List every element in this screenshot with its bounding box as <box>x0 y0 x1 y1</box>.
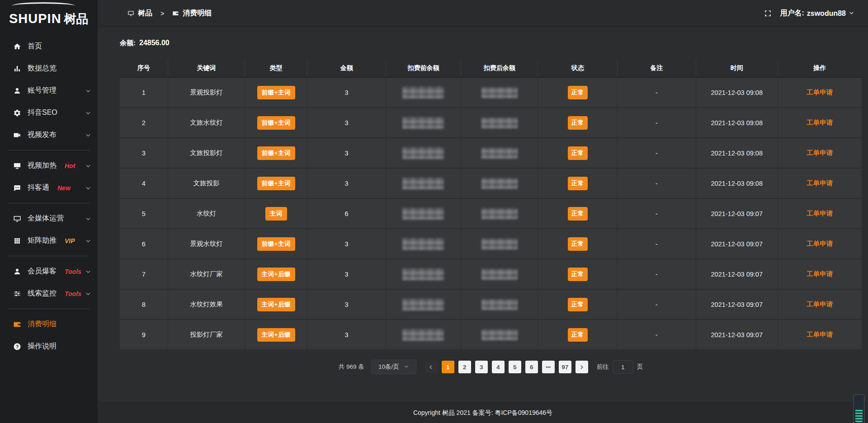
cell-keyword: 文旅投影 <box>168 169 245 199</box>
page-button-97[interactable]: 97 <box>559 361 571 373</box>
sidebar-item-3[interactable]: 账号管理 <box>0 80 98 102</box>
work-order-link[interactable]: 工单申请 <box>807 331 833 338</box>
page-button-1[interactable]: 1 <box>442 361 454 373</box>
column-header: 备注 <box>618 60 696 78</box>
page-ellipsis-button[interactable]: ••• <box>542 361 555 373</box>
page-button-2[interactable]: 2 <box>458 361 471 373</box>
sidebar-item-label: 矩阵助推 <box>28 236 57 245</box>
cell-keyword: 水纹灯厂家 <box>168 259 245 290</box>
status-badge: 正常 <box>568 146 588 160</box>
sidebar-item-10[interactable]: 会员爆客Tools <box>0 260 98 282</box>
cell-type: 前缀+主词 <box>245 229 307 259</box>
sidebar-item-label: 抖客通 <box>28 183 49 193</box>
cell-post-balance-masked <box>461 229 538 259</box>
cell-post-balance-masked <box>461 199 538 229</box>
sidebar-item-5[interactable]: 视频发布 <box>0 124 98 146</box>
cell-amount: 3 <box>307 320 386 350</box>
status-badge: 正常 <box>568 268 588 281</box>
pagination-total: 共 969 条 <box>339 363 364 371</box>
column-header: 类型 <box>245 60 307 78</box>
page-button-3[interactable]: 3 <box>475 361 488 373</box>
page-button-4[interactable]: 4 <box>492 361 505 373</box>
cell-amount: 6 <box>307 199 386 229</box>
user-icon <box>13 86 21 95</box>
sidebar-item-label: 会员爆客 <box>28 267 57 276</box>
cell-time: 2021-12-03 09:08 <box>696 138 778 169</box>
cell-index: 5 <box>120 199 168 229</box>
sidebar-item-8[interactable]: 全媒体运营 <box>0 207 98 230</box>
work-order-link[interactable]: 工单申请 <box>807 119 833 126</box>
sidebar-item-6[interactable]: 视频加热Hot <box>0 155 98 177</box>
work-order-link[interactable]: 工单申请 <box>807 301 833 308</box>
sidebar-item-badge: Tools <box>65 268 81 275</box>
cell-remark: - <box>618 229 696 259</box>
breadcrumb-item-current[interactable]: 消费明细 <box>183 9 212 18</box>
cell-status: 正常 <box>538 229 618 259</box>
brand-logo[interactable]: SHUPIN 树品 <box>0 0 98 30</box>
masked-value <box>481 299 518 310</box>
sidebar-divider <box>8 150 90 150</box>
sidebar-menu: 首页数据总览账号管理抖音SEO视频发布视频加热Hot抖客通New全媒体运营矩阵助… <box>0 30 98 423</box>
page-size-select[interactable]: 10条/页 <box>371 360 416 374</box>
column-header: 操作 <box>778 60 862 78</box>
work-order-link[interactable]: 工单申请 <box>807 179 833 187</box>
cell-keyword: 水纹灯 <box>168 199 245 229</box>
sidebar-item-7[interactable]: 抖客通New <box>0 177 98 199</box>
sidebar-item-1[interactable]: 首页 <box>0 35 98 57</box>
cell-remark: - <box>618 199 696 229</box>
cell-amount: 3 <box>307 138 386 169</box>
sidebar-item-9[interactable]: 矩阵助推VIP <box>0 230 98 252</box>
sidebar-item-4[interactable]: 抖音SEO <box>0 102 98 124</box>
cell-time: 2021-12-03 09:07 <box>696 259 778 290</box>
cell-type: 前缀+主词 <box>245 78 307 108</box>
masked-value <box>402 178 444 189</box>
chevron-down-icon <box>85 132 91 138</box>
floating-widget[interactable] <box>853 394 865 423</box>
next-page-button[interactable] <box>576 361 588 373</box>
masked-value <box>481 148 518 159</box>
bar-chart-icon <box>13 64 21 73</box>
breadcrumb-item-home[interactable]: 树品 <box>138 9 152 18</box>
page-button-5[interactable]: 5 <box>509 361 521 373</box>
goto-page-input[interactable] <box>613 360 633 374</box>
breadcrumb: 树品 > 消费明细 <box>127 9 212 18</box>
cell-time: 2021-12-03 09:08 <box>696 78 778 108</box>
cell-type: 主词+后缀 <box>245 290 307 320</box>
widget-stripes-decoration <box>855 409 863 422</box>
cell-status: 正常 <box>538 259 618 290</box>
prev-page-button[interactable] <box>425 361 438 373</box>
type-badge: 前缀+主词 <box>257 146 295 160</box>
masked-value <box>481 87 518 98</box>
user-dropdown[interactable]: 用户名: zswodun88 <box>780 9 854 18</box>
cell-remark: - <box>618 78 696 108</box>
masked-value <box>481 178 518 189</box>
status-badge: 正常 <box>568 207 588 221</box>
page-button-6[interactable]: 6 <box>525 361 538 373</box>
sidebar-item-11[interactable]: 线索监控Tools <box>0 282 98 305</box>
cell-action: 工单申请 <box>778 78 862 108</box>
work-order-link[interactable]: 工单申请 <box>807 149 833 156</box>
work-order-link[interactable]: 工单申请 <box>807 240 833 247</box>
column-header: 时间 <box>696 60 778 78</box>
work-order-link[interactable]: 工单申请 <box>807 270 833 277</box>
cell-pre-balance-masked <box>386 199 461 229</box>
column-header: 金额 <box>307 60 386 78</box>
sidebar-item-2[interactable]: 数据总览 <box>0 57 98 80</box>
sidebar-item-badge: VIP <box>65 237 75 244</box>
cell-amount: 3 <box>307 290 386 320</box>
column-header: 状态 <box>538 60 618 78</box>
column-header: 序号 <box>120 60 168 78</box>
sidebar-item-label: 视频发布 <box>28 130 57 140</box>
sidebar-item-13[interactable]: ?操作说明 <box>0 335 98 357</box>
sidebar-item-12[interactable]: 消费明细 <box>0 313 98 335</box>
screen-icon <box>13 214 21 223</box>
cell-type: 前缀+主词 <box>245 108 307 138</box>
sidebar-item-label: 操作说明 <box>28 342 57 351</box>
chevron-down-icon <box>85 88 91 94</box>
work-order-link[interactable]: 工单申请 <box>807 210 833 217</box>
fullscreen-icon[interactable] <box>764 9 772 17</box>
status-badge: 正常 <box>568 237 588 251</box>
work-order-link[interactable]: 工单申请 <box>807 89 833 96</box>
page-button-group: 123456•••97 <box>442 361 571 373</box>
chevron-down-icon <box>849 9 854 18</box>
